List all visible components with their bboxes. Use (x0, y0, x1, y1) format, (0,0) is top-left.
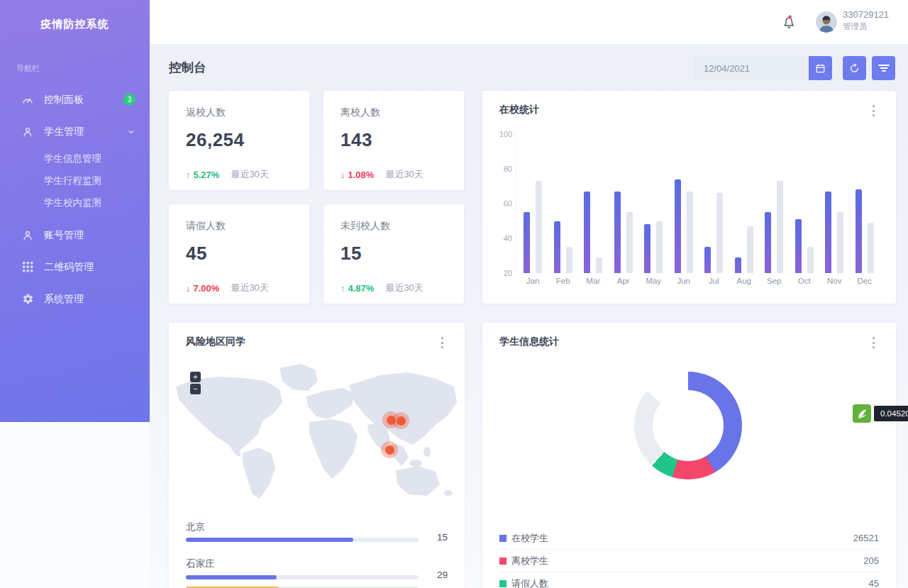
risk-progress-track (186, 575, 419, 579)
x-axis-label: Dec (851, 277, 879, 285)
risk-progress-fill (186, 538, 353, 542)
map-zoom-out-button[interactable]: − (190, 384, 201, 394)
sidebar-item-system[interactable]: 系统管理 (0, 283, 150, 315)
legend-label: 离校学生 (511, 555, 863, 567)
bar-jan-secondary (536, 181, 542, 273)
sidebar-subitem-1[interactable]: 学生信息管理 (0, 148, 150, 170)
map-marker-2[interactable] (392, 412, 409, 429)
x-axis-label: May (639, 277, 668, 285)
x-axis-label: Oct (790, 277, 819, 285)
filter-icon (878, 63, 890, 73)
stat-delta-period: 最近30天 (231, 282, 268, 294)
map-marker-3[interactable] (381, 441, 398, 458)
sidebar-item-label: 系统管理 (44, 293, 135, 306)
stat-label: 离校人数 (340, 106, 447, 119)
sidebar-item-students[interactable]: 学生管理 (0, 116, 150, 148)
bar-may-primary (644, 224, 650, 273)
x-axis-label: Aug (730, 277, 758, 285)
bar-apr-secondary (626, 212, 633, 273)
campus-statistics-card: 在校统计 20406080100JanFebMarAprMayJunJulAug… (482, 91, 896, 304)
x-axis-label: Jul (699, 277, 728, 285)
bar-jun-primary (675, 179, 681, 273)
notification-bell-icon[interactable] (780, 14, 797, 31)
stat-delta-period: 最近30天 (385, 168, 423, 181)
kebab-menu-icon[interactable] (869, 337, 877, 348)
page-title: 控制台 (169, 59, 206, 76)
calendar-button[interactable] (809, 56, 832, 80)
topbar: 330729121 管理员 (150, 0, 908, 44)
student-info-card: 学生信息统计 0.045200 在校学生26521离校学生205请假人数45 (482, 323, 896, 588)
user-icon (21, 229, 34, 242)
bar-aug-secondary (747, 226, 753, 273)
x-axis-label: Mar (579, 277, 607, 285)
legend-color-swatch (499, 558, 506, 565)
student-info-title: 学生信息统计 (499, 335, 559, 348)
sidebar-item-accounts[interactable]: 账号管理 (0, 219, 150, 251)
user-avatar[interactable] (816, 11, 837, 33)
refresh-icon (849, 63, 860, 74)
risk-areas-card: 风险地区同学 + (169, 323, 465, 588)
stat-delta: ↑5.27%最近30天 (186, 168, 292, 181)
stat-card-1: 返校人数26,254↑5.27%最近30天 (169, 91, 309, 190)
sidebar-item-dashboard[interactable]: 控制面板3 (0, 84, 150, 116)
stat-delta-percent: 4.87% (348, 283, 375, 294)
world-map[interactable]: + − (175, 360, 460, 501)
sidebar-subitem-2[interactable]: 学生行程监测 (0, 170, 150, 192)
sidebar-subitem-3[interactable]: 学生校内监测 (0, 192, 150, 213)
stat-delta: ↓1.08%最近30天 (340, 168, 447, 181)
legend-value: 205 (863, 555, 879, 566)
risk-area-value: 29 (419, 570, 448, 580)
x-axis-label: Jun (670, 277, 698, 285)
gear-icon (21, 293, 34, 306)
x-axis-label: Jan (519, 277, 547, 285)
bar-jul-secondary (716, 193, 723, 273)
kebab-menu-icon[interactable] (438, 337, 446, 348)
map-tooltip: 0.045200 (853, 404, 908, 423)
stat-delta-percent: 1.08% (348, 170, 375, 180)
x-axis-label: Apr (609, 277, 638, 285)
sidebar-item-label: 学生管理 (44, 126, 127, 138)
stat-value: 45 (186, 243, 292, 265)
y-axis-tick: 40 (494, 233, 512, 243)
y-axis-tick: 80 (494, 164, 512, 174)
donut-hole (653, 390, 724, 461)
map-zoom-in-button[interactable]: + (190, 372, 201, 382)
filter-button[interactable] (872, 56, 895, 80)
bar-nov-secondary (837, 212, 843, 273)
x-axis-label: Feb (549, 277, 577, 285)
donut-legend: 在校学生26521离校学生205请假人数45 (499, 527, 879, 588)
sidebar-item-qrcode[interactable]: 二维码管理 (0, 251, 150, 283)
bar-nov-primary (825, 192, 831, 273)
bar-jan-primary (524, 212, 530, 273)
arrow-down-icon: ↓ (186, 283, 191, 294)
risk-progress-fill (186, 575, 277, 579)
bar-sep-secondary (777, 181, 783, 273)
y-axis-tick: 20 (494, 268, 512, 278)
user-id: 330729121 (843, 9, 889, 20)
map-marker-core (385, 445, 394, 455)
stat-card-4: 未到校人数15↑4.87%最近30天 (323, 204, 464, 304)
map-marker-core (397, 416, 406, 426)
stat-label: 未到校人数 (340, 220, 447, 233)
main-content: 控制台 返校人数26,254↑5.27%最近30天离校人数143↓1.08%最近… (150, 44, 908, 588)
stat-delta-period: 最近30天 (231, 168, 268, 181)
refresh-button[interactable] (843, 56, 866, 80)
gauge-icon (21, 94, 34, 106)
stat-card-3: 请假人数45↓7.00%最近30天 (169, 204, 309, 304)
risk-area-name: 石家庄 (186, 558, 215, 570)
stat-delta: ↑4.87%最近30天 (340, 282, 447, 294)
x-axis-label: Sep (760, 277, 788, 285)
date-input[interactable] (694, 56, 809, 80)
bar-apr-primary (614, 192, 621, 273)
sidebar-item-label: 账号管理 (44, 229, 135, 242)
stat-value: 15 (340, 243, 447, 265)
user-icon (21, 126, 34, 138)
stat-label: 请假人数 (186, 220, 292, 233)
bar-dec-secondary (868, 223, 874, 273)
stat-card-2: 离校人数143↓1.08%最近30天 (323, 91, 464, 190)
user-meta: 330729121 管理员 (843, 9, 889, 32)
legend-label: 在校学生 (511, 532, 853, 545)
legend-color-swatch (499, 535, 506, 542)
sidebar: 疫情防控系统 导航栏 控制面板3学生管理学生信息管理学生行程监测学生校内监测账号… (0, 0, 150, 422)
risk-area-value: 15 (419, 532, 448, 543)
